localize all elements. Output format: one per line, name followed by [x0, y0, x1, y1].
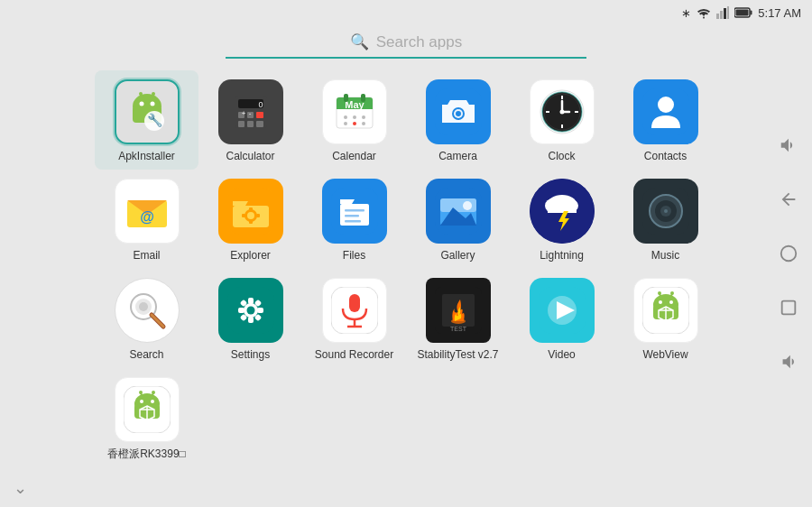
- svg-rect-0: [716, 14, 719, 19]
- signal-icon: [716, 6, 729, 19]
- app-item-stabilitytest[interactable]: TEST StabilityTest v2.7: [406, 269, 510, 368]
- svg-text:TEST: TEST: [450, 326, 467, 332]
- svg-point-125: [659, 300, 662, 304]
- svg-point-16: [152, 92, 155, 96]
- app-item-settings[interactable]: Settings: [198, 269, 302, 368]
- svg-point-37: [362, 122, 365, 125]
- svg-point-34: [362, 115, 365, 119]
- calendar-icon: May: [322, 79, 387, 144]
- nav-buttons: [774, 131, 803, 376]
- svg-text:@: @: [140, 209, 154, 225]
- app-label-calendar: Calendar: [332, 150, 376, 162]
- svg-rect-70: [345, 209, 364, 212]
- svg-point-33: [353, 115, 356, 119]
- svg-rect-102: [238, 308, 245, 313]
- svg-point-32: [344, 115, 347, 119]
- svg-point-141: [139, 391, 143, 394]
- chevron-down-icon[interactable]: ⌄: [14, 479, 27, 497]
- svg-text:+: +: [241, 109, 245, 117]
- time-display: 5:17 AM: [758, 6, 801, 20]
- app-label-search: Search: [129, 348, 163, 361]
- svg-rect-82: [548, 204, 577, 213]
- svg-rect-1: [720, 11, 723, 19]
- svg-rect-65: [249, 220, 253, 224]
- svg-rect-3: [727, 6, 729, 19]
- svg-point-126: [669, 300, 673, 304]
- svg-rect-71: [345, 215, 359, 217]
- soundrecorder-icon: [322, 278, 387, 343]
- svg-point-9: [139, 102, 143, 106]
- app-label-apkinstaller: ApkInstaller: [118, 150, 175, 162]
- svg-point-134: [140, 400, 143, 403]
- app-item-soundrecorder[interactable]: Sound Recorder: [302, 269, 406, 368]
- app-item-explorer[interactable]: Explorer: [198, 170, 302, 269]
- app-item-email[interactable]: @ Email: [95, 170, 198, 269]
- svg-rect-24: [256, 121, 263, 127]
- app-label-clock: Clock: [548, 150, 575, 162]
- video-icon: [530, 278, 595, 343]
- app-item-clock[interactable]: Clock: [510, 70, 614, 170]
- app-label-webview: WebView: [642, 348, 687, 361]
- svg-point-88: [664, 209, 668, 213]
- wifi-icon: [697, 6, 711, 19]
- stabilitytest-icon: TEST: [426, 278, 491, 343]
- home-button[interactable]: [774, 239, 803, 268]
- svg-point-143: [781, 246, 797, 262]
- app-item-contacts[interactable]: Contacts: [614, 70, 717, 170]
- svg-rect-109: [349, 294, 360, 312]
- app-item-files[interactable]: Files: [302, 170, 406, 269]
- volume-down-button[interactable]: [774, 347, 803, 376]
- search-bar-container[interactable]: 🔍 Search apps: [226, 25, 586, 59]
- svg-rect-21: [256, 112, 263, 118]
- app-item-apkinstaller[interactable]: 🔧 ApkInstaller: [95, 70, 198, 170]
- app-item-calculator[interactable]: 0 + - Calculator: [198, 70, 302, 170]
- recent-apps-button[interactable]: [774, 293, 803, 322]
- svg-rect-144: [782, 301, 796, 315]
- svg-point-77: [463, 201, 472, 210]
- svg-rect-72: [345, 220, 361, 223]
- svg-rect-38: [344, 94, 348, 102]
- back-button[interactable]: [774, 185, 803, 214]
- svg-point-43: [456, 111, 461, 116]
- volume-up-button[interactable]: [774, 131, 803, 160]
- svg-point-142: [152, 391, 155, 394]
- app-label-explorer: Explorer: [230, 249, 271, 262]
- svg-rect-6: [736, 10, 749, 16]
- svg-point-63: [247, 212, 254, 219]
- app-item-xcp[interactable]: 香橙派RK3399□: [95, 368, 198, 467]
- search-bar-inner[interactable]: 🔍 Search apps: [226, 25, 586, 51]
- app-label-settings: Settings: [231, 348, 270, 361]
- apkinstaller-icon: 🔧: [115, 79, 180, 144]
- app-item-camera[interactable]: Camera: [406, 70, 510, 170]
- svg-point-129: [658, 291, 661, 295]
- app-label-music: Music: [651, 249, 679, 262]
- svg-rect-22: [238, 121, 245, 127]
- gallery-icon: [426, 179, 491, 244]
- app-item-calendar[interactable]: May Calendar: [302, 70, 406, 170]
- svg-text:🔧: 🔧: [146, 113, 162, 128]
- bottom-nav[interactable]: ⌄: [14, 478, 27, 498]
- app-item-webview[interactable]: WebView: [614, 269, 717, 368]
- svg-point-130: [670, 291, 674, 295]
- app-label-soundrecorder: Sound Recorder: [315, 348, 393, 361]
- email-icon: @: [115, 179, 180, 244]
- app-item-lightning[interactable]: Lightning: [510, 170, 614, 269]
- app-item-music[interactable]: Music: [614, 170, 717, 269]
- svg-rect-66: [242, 214, 245, 217]
- battery-icon: [734, 7, 752, 18]
- svg-point-35: [344, 122, 347, 125]
- svg-point-99: [246, 307, 254, 315]
- svg-rect-67: [256, 214, 260, 217]
- app-item-video[interactable]: Video: [510, 269, 614, 368]
- search-bar-label[interactable]: Search apps: [376, 33, 462, 51]
- svg-point-135: [151, 400, 154, 403]
- files-icon: [322, 179, 387, 244]
- app-label-xcp: 香橙派RK3399□: [107, 447, 186, 460]
- app-item-gallery[interactable]: Gallery: [406, 170, 510, 269]
- bluetooth-icon: ∗: [681, 6, 691, 20]
- svg-point-15: [139, 92, 143, 96]
- svg-text:0: 0: [258, 100, 263, 109]
- svg-rect-5: [751, 11, 752, 15]
- app-item-search[interactable]: Search: [95, 269, 198, 368]
- svg-text:-: -: [248, 109, 251, 117]
